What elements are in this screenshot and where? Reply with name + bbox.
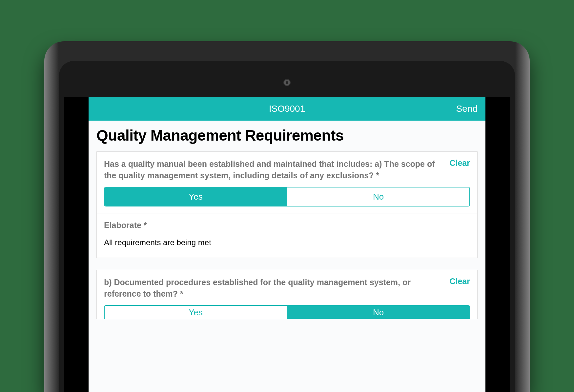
clear-button[interactable]: Clear	[449, 158, 470, 168]
question-text: Has a quality manual been established an…	[104, 158, 449, 181]
send-button[interactable]: Send	[456, 104, 478, 114]
clear-button[interactable]: Clear	[449, 277, 470, 286]
elaborate-input[interactable]: All requirements are being met	[104, 238, 470, 247]
segmented-control: Yes No	[104, 187, 470, 206]
device-bezel: ISO9001 Send Quality Management Requirem…	[59, 61, 515, 392]
question-card-1: Has a quality manual been established an…	[96, 151, 478, 213]
question-text: b) Documented procedures established for…	[104, 277, 449, 299]
segmented-control: Yes No	[104, 305, 470, 319]
device-frame: ISO9001 Send Quality Management Requirem…	[44, 41, 530, 392]
segment-yes[interactable]: Yes	[105, 187, 287, 206]
question-card-2: b) Documented procedures established for…	[96, 270, 478, 319]
device-screen: ISO9001 Send Quality Management Requirem…	[64, 97, 510, 392]
app-container: ISO9001 Send Quality Management Requirem…	[89, 97, 485, 392]
page-title: Quality Management Requirements	[96, 127, 478, 144]
question-row: b) Documented procedures established for…	[104, 277, 470, 299]
elaborate-label: Elaborate *	[104, 221, 470, 230]
content-area: Quality Management Requirements Has a qu…	[89, 121, 485, 331]
camera-icon	[283, 79, 291, 86]
app-header: ISO9001 Send	[89, 97, 485, 121]
header-title: ISO9001	[269, 104, 305, 114]
segment-no[interactable]: No	[287, 306, 469, 319]
segment-yes[interactable]: Yes	[105, 306, 287, 319]
segment-no[interactable]: No	[287, 187, 469, 206]
elaborate-card: Elaborate * All requirements are being m…	[96, 213, 478, 258]
question-row: Has a quality manual been established an…	[104, 158, 470, 181]
